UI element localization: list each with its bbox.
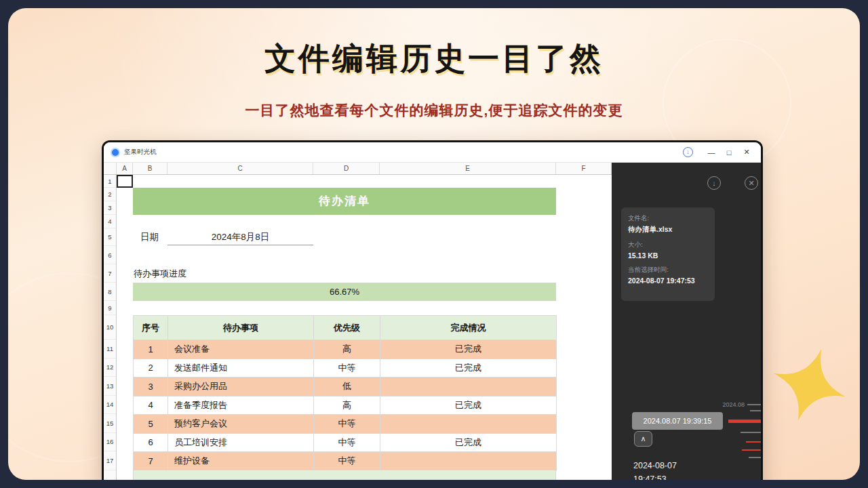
maximize-button[interactable]: □: [720, 148, 738, 157]
header-cell[interactable]: 完成情况: [380, 316, 557, 340]
table-cell[interactable]: [380, 378, 557, 396]
update-icon[interactable]: ↓: [683, 147, 693, 157]
file-name-label: 文件名:: [628, 214, 708, 223]
file-size-label: 大小:: [628, 241, 708, 249]
table-cell[interactable]: 5: [134, 415, 168, 434]
close-button[interactable]: ✕: [738, 148, 755, 157]
timeline-tick-selected[interactable]: [728, 420, 761, 423]
timeline-date: 2024-08-07: [633, 461, 677, 470]
row-number[interactable]: 4: [104, 215, 116, 228]
table-cell[interactable]: 已完成: [380, 340, 557, 359]
timeline-tick[interactable]: [747, 404, 761, 405]
table-cell[interactable]: 已完成: [380, 396, 557, 415]
table-cell[interactable]: [380, 452, 557, 471]
selected-time-value: 2024-08-07 19:47:53: [628, 277, 708, 285]
corner-cell[interactable]: [104, 163, 117, 174]
date-label[interactable]: 日期: [140, 228, 159, 246]
app-window: 坚果时光机 ↓ — □ ✕ A B C D E F 1: [102, 140, 763, 480]
row-number[interactable]: 6: [104, 246, 116, 264]
row-number[interactable]: 9: [104, 301, 116, 315]
download-icon[interactable]: ↓: [707, 176, 721, 190]
column-header[interactable]: E: [380, 163, 556, 174]
row-number-gutter: 1 2 3 4 5 6 7 8 9 10 11 12 13 14 15 16 1: [104, 175, 117, 480]
table-cell[interactable]: 中等: [314, 433, 380, 452]
row-number[interactable]: 1: [104, 175, 116, 188]
row-number[interactable]: 15: [104, 414, 116, 433]
timeline-tooltip: 2024.08.07 19:39:15: [632, 412, 723, 430]
app-logo-icon: [111, 148, 120, 157]
progress-label[interactable]: 待办事项进度: [134, 264, 186, 283]
table-cell[interactable]: 已完成: [380, 359, 557, 378]
page-title: 文件编辑历史一目了然: [8, 38, 860, 80]
star-decoration: [762, 337, 857, 432]
table-row: 7 维护设备 中等: [134, 452, 557, 471]
timeline-tick[interactable]: [741, 432, 761, 433]
column-headers: A B C D E F: [104, 163, 612, 175]
row-number[interactable]: 7: [104, 264, 116, 283]
minimize-button[interactable]: —: [703, 148, 720, 157]
column-header[interactable]: F: [556, 163, 612, 174]
table-cell[interactable]: 预约客户会议: [168, 415, 314, 434]
date-value[interactable]: 2024年8月8日: [167, 228, 313, 245]
chevron-up-button[interactable]: ∧: [634, 431, 652, 447]
row-number[interactable]: 14: [104, 396, 116, 415]
table-cell[interactable]: 1: [134, 340, 168, 359]
table-cell[interactable]: 4: [134, 396, 168, 415]
table-header-row: 序号 待办事项 优先级 完成情况: [134, 316, 557, 340]
table-cell[interactable]: 中等: [314, 415, 380, 434]
page-card: 文件编辑历史一目了然 一目了然地查看每个文件的编辑历史,便于追踪文件的变更 坚果…: [8, 8, 860, 480]
timeline-tick[interactable]: [746, 441, 761, 443]
row-number[interactable]: 11: [104, 340, 116, 359]
window-title: 坚果时光机: [124, 148, 157, 157]
history-panel: ↓ ✕ 文件名: 待办清单.xlsx 大小: 15.13 KB 当前选择时间: …: [612, 163, 761, 480]
table-cell[interactable]: 低: [314, 378, 380, 396]
row-number[interactable]: 10: [104, 315, 116, 340]
table-cell[interactable]: 会议准备: [168, 340, 314, 359]
timeline-tick[interactable]: [742, 449, 761, 451]
spreadsheet: A B C D E F 1 2 3 4 5 6 7 8 9 1: [104, 163, 612, 480]
file-size-value: 15.13 KB: [628, 251, 708, 260]
table-cell[interactable]: 中等: [314, 452, 380, 471]
selected-cell-a1[interactable]: [117, 175, 133, 188]
timeline-month-label: 2024.08: [693, 401, 745, 408]
row-number[interactable]: 8: [104, 283, 116, 301]
row-number[interactable]: 2: [104, 188, 116, 201]
row-number[interactable]: 13: [104, 377, 116, 396]
sheet-banner[interactable]: 待办清单: [133, 188, 556, 215]
row-number[interactable]: 17: [104, 451, 116, 470]
row-number[interactable]: 16: [104, 433, 116, 452]
table-cell[interactable]: 6: [134, 433, 168, 452]
column-header[interactable]: A: [117, 163, 133, 174]
table-cell[interactable]: 2: [134, 359, 168, 378]
row-number[interactable]: 12: [104, 359, 116, 378]
row-number[interactable]: 3: [104, 201, 116, 215]
table-cell[interactable]: 7: [134, 452, 168, 471]
column-header[interactable]: D: [313, 163, 380, 174]
table-cell[interactable]: 高: [314, 340, 380, 359]
timeline-tick[interactable]: [750, 410, 761, 411]
row-number[interactable]: 5: [104, 228, 116, 246]
table-row: 3 采购办公用品 低: [134, 378, 557, 396]
table-cell[interactable]: 准备季度报告: [168, 396, 314, 415]
table-row: 4 准备季度报告 高 已完成: [134, 396, 557, 415]
table-cell[interactable]: 发送邮件通知: [168, 359, 314, 378]
table-cell[interactable]: 高: [314, 396, 380, 415]
header-cell[interactable]: 待办事项: [168, 316, 314, 340]
column-header[interactable]: B: [133, 163, 167, 174]
panel-close-icon[interactable]: ✕: [745, 176, 758, 190]
table-cell[interactable]: 采购办公用品: [168, 378, 314, 396]
table-row: 2 发送邮件通知 中等 已完成: [134, 359, 557, 378]
table-cell[interactable]: 维护设备: [168, 452, 314, 471]
file-name-value: 待办清单.xlsx: [628, 225, 708, 235]
todo-table: 序号 待办事项 优先级 完成情况 1 会议准备 高 已完成 2 发送邮件通知: [133, 315, 557, 471]
table-cell[interactable]: 已完成: [380, 433, 557, 452]
header-cell[interactable]: 优先级: [314, 316, 380, 340]
table-cell[interactable]: [380, 415, 557, 434]
header-cell[interactable]: 序号: [134, 316, 168, 340]
table-cell[interactable]: 中等: [314, 359, 380, 378]
table-cell[interactable]: 3: [134, 378, 168, 396]
table-cell[interactable]: 员工培训安排: [168, 433, 314, 452]
timeline-tick[interactable]: [749, 457, 761, 458]
progress-bar[interactable]: 66.67%: [133, 283, 556, 301]
column-header[interactable]: C: [167, 163, 313, 174]
